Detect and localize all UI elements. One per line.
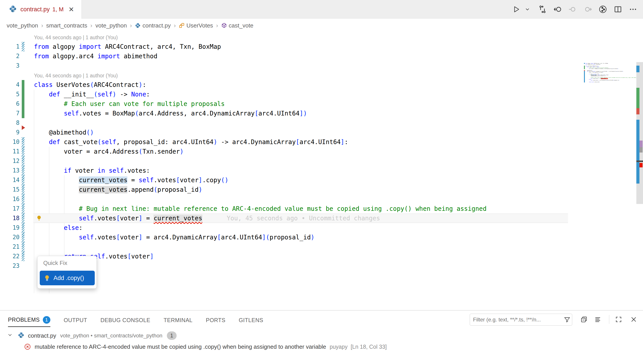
problems-file-group-row[interactable]: contract.py vote_python • smart_contract… <box>0 330 643 341</box>
view-as-tree-icon[interactable] <box>593 315 602 324</box>
code-line-15[interactable]: 15 current_votes.append(proposal_id) <box>0 185 643 194</box>
code-editor[interactable]: You, 44 seconds ago | 1 author (You)1fro… <box>0 32 643 310</box>
panel-tab-debug-console[interactable]: DEBUG CONSOLE <box>101 313 150 327</box>
line-number[interactable]: 15 <box>0 185 20 194</box>
breadcrumb-item-cast_vote[interactable]: cast_vote <box>221 22 253 29</box>
code-line-9[interactable]: 9 @abimethod() <box>0 128 643 137</box>
code-line-21[interactable]: 21 <box>0 242 643 252</box>
panel-tab-gitlens[interactable]: GITLENS <box>239 313 263 327</box>
line-number[interactable]: 13 <box>0 166 20 175</box>
line-number[interactable]: 3 <box>0 61 20 70</box>
git-gutter-modified[interactable] <box>22 252 25 261</box>
line-number[interactable]: 10 <box>0 137 20 147</box>
git-gutter-modified[interactable] <box>22 204 25 214</box>
line-number[interactable]: 2 <box>0 52 20 61</box>
next-change-icon[interactable] <box>583 5 592 14</box>
git-gutter-modified[interactable] <box>22 166 25 175</box>
code-line-6[interactable]: 6 # Each user can vote for multiple prop… <box>0 99 643 108</box>
line-number[interactable]: 6 <box>0 99 20 108</box>
git-gutter-modified[interactable] <box>22 156 25 166</box>
chevron-down-icon[interactable] <box>7 332 13 340</box>
line-number[interactable]: 19 <box>0 223 20 232</box>
collapse-all-icon[interactable] <box>579 315 588 324</box>
line-number[interactable]: 22 <box>0 252 20 261</box>
git-gutter-modified[interactable] <box>22 223 25 232</box>
breadcrumb-item-UserVotes[interactable]: UserVotes <box>179 22 213 29</box>
line-number[interactable]: 1 <box>0 42 20 52</box>
breadcrumb-item-vote_python[interactable]: vote_python <box>95 22 127 29</box>
code-line-14[interactable]: 14 current_votes = self.votes[voter].cop… <box>0 175 643 185</box>
git-gutter-modified[interactable] <box>22 232 25 242</box>
problems-filter-input[interactable] <box>470 316 562 323</box>
git-gutter-modified[interactable] <box>22 42 25 52</box>
close-panel-icon[interactable] <box>629 315 638 324</box>
git-gutter-added[interactable] <box>22 80 25 90</box>
breadcrumb-item-vote_python[interactable]: vote_python <box>7 22 38 29</box>
code-line-2[interactable]: 2from algopy.arc4 import abimethod <box>0 52 643 61</box>
code-line-16[interactable]: 16 <box>0 194 643 204</box>
code-line-20[interactable]: 20 self.votes[voter] = arc4.DynamicArray… <box>0 232 643 242</box>
code-line-3[interactable]: 3 <box>0 61 643 70</box>
code-line-1[interactable]: 1from algopy import ARC4Contract, arc4, … <box>0 42 643 52</box>
git-blame-codelens[interactable]: You, 44 seconds ago | 1 author (You) <box>34 32 345 42</box>
line-number[interactable]: 12 <box>0 156 20 166</box>
line-number[interactable]: 8 <box>0 118 20 128</box>
line-number[interactable]: 23 <box>0 261 20 271</box>
previous-change-icon[interactable] <box>568 5 577 14</box>
git-gutter-modified[interactable] <box>22 175 25 185</box>
code-line-12[interactable]: 12 <box>0 156 643 166</box>
open-changes-back-icon[interactable] <box>553 5 562 14</box>
tab-contract-py[interactable]: contract.py 1, M ✕ <box>0 0 82 18</box>
quick-fix-add-copy-item[interactable]: Add .copy() <box>40 271 95 285</box>
git-gutter-deleted-icon[interactable] <box>22 126 25 130</box>
line-number[interactable]: 5 <box>0 90 20 99</box>
overview-ruler[interactable] <box>636 65 643 342</box>
git-gutter-modified[interactable] <box>22 242 25 252</box>
maximize-panel-icon[interactable] <box>614 315 623 324</box>
git-gutter-modified[interactable] <box>22 147 25 156</box>
panel-tab-output[interactable]: OUTPUT <box>64 313 87 327</box>
tab-close-icon[interactable]: ✕ <box>69 6 74 13</box>
compare-changes-icon[interactable] <box>538 5 547 14</box>
code-line-8[interactable]: 8 <box>0 118 643 128</box>
code-line-18[interactable]: 18 self.votes[voter] = current_votesYou,… <box>0 214 643 223</box>
code-line-4[interactable]: 4class UserVotes(ARC4Contract): <box>0 80 643 90</box>
code-line-19[interactable]: 19 else: <box>0 223 643 232</box>
panel-tab-ports[interactable]: PORTS <box>206 313 225 327</box>
breadcrumb-item-smart_contracts[interactable]: smart_contracts <box>46 22 87 29</box>
line-number[interactable]: 21 <box>0 242 20 252</box>
git-gutter-modified[interactable] <box>22 194 25 204</box>
git-gutter-modified[interactable] <box>22 214 25 223</box>
code-line-5[interactable]: 5 def __init__(self) -> None: <box>0 90 643 99</box>
line-number[interactable]: 17 <box>0 204 20 214</box>
code-line-10[interactable]: 10 def cast_vote(self, proposal_id: arc4… <box>0 137 643 147</box>
code-line-13[interactable]: 13 if voter in self.votes: <box>0 166 643 175</box>
commit-graph-icon[interactable] <box>598 5 607 14</box>
git-gutter-added[interactable] <box>22 90 25 99</box>
panel-tab-problems[interactable]: PROBLEMS1 <box>8 313 50 327</box>
run-dropdown-chevron-icon[interactable] <box>523 5 532 14</box>
line-number[interactable]: 11 <box>0 147 20 156</box>
git-gutter-modified[interactable] <box>22 137 25 147</box>
filter-funnel-icon[interactable] <box>562 316 572 323</box>
line-number[interactable]: 7 <box>0 108 20 118</box>
git-gutter-added[interactable] <box>22 99 25 108</box>
minimap[interactable]: from algopy import ARC4Contract, arc4, T… <box>584 63 636 85</box>
run-button[interactable] <box>512 5 521 14</box>
line-number[interactable]: 20 <box>0 232 20 242</box>
git-gutter-modified[interactable] <box>22 185 25 194</box>
line-number[interactable]: 18 <box>0 214 20 223</box>
panel-tab-terminal[interactable]: TERMINAL <box>164 313 192 327</box>
line-number[interactable]: 16 <box>0 194 20 204</box>
git-gutter-added[interactable] <box>22 108 25 118</box>
split-editor-icon[interactable] <box>613 5 622 14</box>
line-number[interactable]: 9 <box>0 128 20 137</box>
more-actions-icon[interactable] <box>628 5 638 14</box>
line-number[interactable]: 4 <box>0 80 20 90</box>
breadcrumb-item-contract.py[interactable]: contract.py <box>135 22 171 29</box>
code-line-17[interactable]: 17 # Bug in next line: mutable reference… <box>0 204 643 214</box>
problem-row[interactable]: mutable reference to ARC-4-encoded value… <box>0 341 643 352</box>
code-line-11[interactable]: 11 voter = arc4.Address(Txn.sender) <box>0 147 643 156</box>
line-number[interactable]: 14 <box>0 175 20 185</box>
code-line-7[interactable]: 7 self.votes = BoxMap(arc4.Address, arc4… <box>0 108 643 118</box>
